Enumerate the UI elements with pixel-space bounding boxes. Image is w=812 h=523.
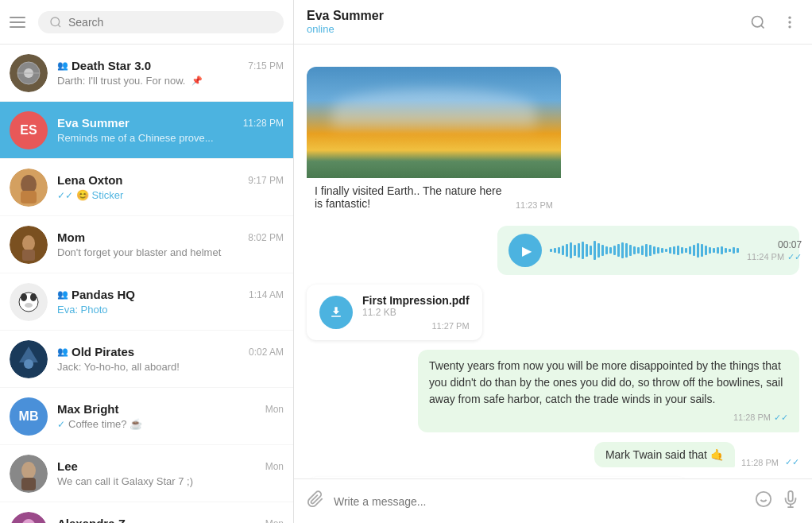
chat-info-alexandra-z: Alexandra Z Mon Workout_Shedule.pdf [57,517,284,523]
more-icon [782,14,798,30]
chat-name: Eva Summer [57,116,130,130]
chat-preview: Jack: Yo-ho-ho, all aboard! [57,361,284,373]
chat-item-eva-summer[interactable]: ES Eva Summer 11:28 PM Reminds me of a C… [0,102,293,159]
chat-time: Mon [265,518,284,524]
input-bar [294,478,812,523]
preview-text: Eva: Photo [57,304,108,316]
file-message: First Impression.pdf 11.2 KB 11:27 PM [307,285,482,340]
chat-item-max-bright[interactable]: MB Max Bright Mon ✓ Coffee time? ☕ [0,388,293,445]
chat-item-old-pirates[interactable]: 👥Old Pirates 0:02 AM Jack: Yo-ho-ho, all… [0,331,293,388]
short-text: Mark Twain said that 🤙 [605,448,724,461]
voice-info: 00:07 11:24 PM ✓✓ [747,239,802,262]
pin-icon: 📌 [191,76,203,86]
preview-text: Don't forget your blaster and helmet [57,246,221,258]
chat-info-lee: Lee Mon We can call it Galaxy Star 7 ;) [57,459,284,487]
avatar-pandas-hq [10,283,48,321]
avatar-death-star [10,54,48,92]
text-content: Twenty years from now you will be more d… [429,359,783,405]
chat-name-row: 👥Old Pirates 0:02 AM [57,345,284,358]
photo-message: I finally visited Earth.. The nature her… [307,67,561,216]
short-time: 11:28 PM [741,458,779,467]
avatar-lena-oxton [10,169,48,207]
photo-caption-text: I finally visited Earth.. The nature her… [315,184,509,210]
search-header-button[interactable] [748,13,768,32]
chat-preview: Don't forget your blaster and helmet [57,246,284,258]
chat-name: Mom [57,231,85,244]
chat-name: Alexandra Z [57,517,126,523]
svg-point-19 [24,359,33,369]
chat-name: 👥Death Star 3.0 [57,59,151,72]
download-icon [328,304,344,320]
preview-text: Coffee time? ☕ [68,418,142,430]
chat-info-mom: Mom 8:02 PM Don't forget your blaster an… [57,231,284,258]
photo-image [307,67,561,178]
mic-button[interactable] [782,490,799,512]
chat-item-lee[interactable]: Lee Mon We can call it Galaxy Star 7 ;) [0,445,293,502]
chat-item-death-star[interactable]: 👥Death Star 3.0 7:15 PM Darth: I'll trus… [0,45,293,102]
sidebar: 👥Death Star 3.0 7:15 PM Darth: I'll trus… [0,0,294,523]
msg-footer: 11:28 PM ✓✓ [429,411,788,424]
avatar-max-bright: MB [10,397,48,436]
text-message-out-long: Twenty years from now you will be more d… [418,350,799,432]
svg-point-29 [788,25,791,28]
svg-point-21 [21,462,36,479]
photo-time: 11:23 PM [516,200,553,210]
search-box[interactable] [38,11,284,33]
chat-item-mom[interactable]: Mom 8:02 PM Don't forget your blaster an… [0,216,293,273]
chat-header-info: Eva Summer online [307,9,748,35]
chat-panel: Eva Summer online I finally visi [294,0,812,523]
single-check-icon: ✓ [57,419,65,430]
file-info: First Impression.pdf 11.2 KB 11:27 PM [362,294,470,331]
play-button[interactable]: ▶ [508,234,542,267]
preview-text: Jack: Yo-ho-ho, all aboard! [57,361,180,373]
msg-check: ✓✓ [774,411,788,424]
chat-preview: Reminds me of a Chinese prove... [57,132,284,144]
chat-name: Lee [57,459,78,473]
chat-header: Eva Summer online [294,0,812,45]
hamburger-menu[interactable] [10,13,29,32]
message-input[interactable] [334,495,745,508]
voice-time: 11:24 PM [747,252,784,262]
chat-time: Mon [265,404,284,415]
svg-point-17 [25,303,33,308]
chat-item-alexandra-z[interactable]: Alexandra Z Mon Workout_Shedule.pdf [0,502,293,523]
file-download-button[interactable] [319,296,353,329]
chat-name-row: Mom 8:02 PM [57,231,284,244]
svg-rect-7 [21,191,37,203]
chat-info-death-star: 👥Death Star 3.0 7:15 PM Darth: I'll trus… [57,59,284,87]
short-check: ✓✓ [785,457,799,467]
preview-text: Reminds me of a Chinese prove... [57,132,214,144]
chat-list: 👥Death Star 3.0 7:15 PM Darth: I'll trus… [0,45,293,523]
chat-name: 👥Old Pirates [57,345,134,358]
chat-messages: I finally visited Earth.. The nature her… [294,45,812,478]
chat-name: Max Bright [57,402,119,416]
chat-name-row: Lee Mon [57,459,284,473]
text-message-out-short: Mark Twain said that 🤙 11:28 PM ✓✓ [594,442,799,467]
chat-header-name: Eva Summer [307,9,748,23]
file-name: First Impression.pdf [362,294,470,307]
chat-time: 11:28 PM [243,118,284,129]
chat-preview: Eva: Photo [57,304,284,316]
search-input[interactable] [68,16,273,29]
svg-point-14 [30,293,37,301]
chat-name-row: 👥Death Star 3.0 7:15 PM [57,59,284,72]
chat-item-pandas-hq[interactable]: 👥Pandas HQ 1:14 AM Eva: Photo [0,273,293,331]
svg-rect-22 [21,478,36,490]
emoji-button[interactable] [755,490,772,512]
voice-time-row: 11:24 PM ✓✓ [747,252,802,262]
more-options-button[interactable] [780,13,799,32]
svg-rect-10 [22,250,35,261]
voice-waveform [550,238,739,262]
group-icon: 👥 [57,60,68,71]
chat-time: 0:02 AM [249,347,284,358]
photo-caption: I finally visited Earth.. The nature her… [307,178,561,216]
attach-button[interactable] [307,490,324,512]
photo-container [307,67,561,178]
avatar-alexandra-z [10,512,48,524]
voice-message: ▶ 00:07 11:24 PM ✓✓ [497,226,799,275]
chat-info-lena-oxton: Lena Oxton 9:17 PM ✓✓ 😊 Sticker [57,173,284,201]
svg-point-13 [21,293,27,301]
chat-item-lena-oxton[interactable]: Lena Oxton 9:17 PM ✓✓ 😊 Sticker [0,159,293,216]
preview-text: 😊 Sticker [76,189,123,201]
voice-duration: 00:07 [778,239,802,250]
